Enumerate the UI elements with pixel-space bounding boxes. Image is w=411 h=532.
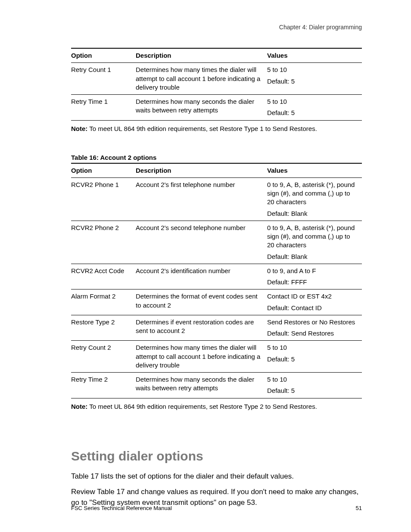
section-heading: Setting dialer options [71, 449, 362, 464]
value-default: Default: Blank [267, 209, 358, 218]
note-text: To meet UL 864 9th edition requirements,… [87, 403, 317, 410]
cell-description: Determines how many seconds the dialer w… [136, 373, 267, 398]
table-row: Restore Type 2 Determines if event resto… [71, 315, 362, 341]
cell-values: 0 to 9, and A to F Default: FFFF [267, 264, 362, 289]
value-range: 5 to 10 [267, 98, 287, 105]
value-default: Default: Blank [267, 252, 358, 261]
value-range: 5 to 10 [267, 376, 287, 383]
value-default: Default: Send Restores [267, 329, 358, 338]
col-header-option: Option [71, 163, 136, 178]
value-default: Default: FFFF [267, 278, 358, 286]
note-1: Note: To meet UL 864 9th edition require… [71, 125, 362, 132]
col-header-option: Option [71, 48, 136, 63]
value-default: Default: Contact ID [267, 304, 358, 312]
table-row: RCVR2 Phone 1 Account 2's first telephon… [71, 177, 362, 221]
value-default: Default: 5 [267, 386, 358, 395]
cell-description: Determines the format of event codes sen… [136, 289, 267, 315]
cell-option: Retry Time 1 [71, 95, 136, 121]
col-header-description: Description [136, 163, 267, 178]
chapter-header: Chapter 4: Dialer programming [71, 24, 362, 31]
cell-description: Determines how many times the dialer wil… [136, 341, 267, 373]
cell-values: 5 to 10 Default: 5 [267, 373, 362, 398]
cell-values: 5 to 10 Default: 5 [267, 341, 362, 373]
cell-values: 5 to 10 Default: 5 [267, 95, 362, 121]
table-row: Retry Count 1 Determines how many times … [71, 63, 362, 95]
note-label: Note: [71, 125, 87, 132]
table-account1-options: Option Description Values Retry Count 1 … [71, 48, 362, 121]
value-range: 0 to 9, and A to F [267, 267, 316, 274]
value-default: Default: 5 [267, 355, 358, 364]
col-header-description: Description [136, 48, 267, 63]
body-paragraph: Table 17 lists the set of options for th… [71, 471, 362, 482]
cell-description: Determines how many seconds the dialer w… [136, 95, 267, 121]
value-default: Default: 5 [267, 77, 358, 86]
cell-description: Determines how many times the dialer wil… [136, 63, 267, 95]
cell-option: RCVR2 Phone 2 [71, 221, 136, 264]
table-row: Alarm Format 2 Determines the format of … [71, 289, 362, 315]
note-2: Note: To meet UL 864 9th edition require… [71, 403, 362, 410]
cell-option: Alarm Format 2 [71, 289, 136, 315]
table-row: RCVR2 Phone 2 Account 2's second telepho… [71, 221, 362, 264]
value-range: 0 to 9, A, B, asterisk (*), pound sign (… [267, 224, 355, 249]
cell-option: RCVR2 Phone 1 [71, 177, 136, 221]
cell-description: Account 2's second telephone number [136, 221, 267, 264]
table-account2-options: Option Description Values RCVR2 Phone 1 … [71, 163, 362, 398]
footer-manual-title: FSC Series Technical Reference Manual [71, 505, 172, 511]
value-range: 0 to 9, A, B, asterisk (*), pound sign (… [267, 181, 355, 206]
cell-values: 0 to 9, A, B, asterisk (*), pound sign (… [267, 221, 362, 264]
value-range: 5 to 10 [267, 344, 287, 351]
table-row: Retry Count 2 Determines how many times … [71, 341, 362, 373]
footer-page-number: 51 [356, 505, 362, 511]
col-header-values: Values [267, 48, 362, 63]
cell-values: Contact ID or EST 4x2 Default: Contact I… [267, 289, 362, 315]
cell-option: Restore Type 2 [71, 315, 136, 341]
value-default: Default: 5 [267, 109, 358, 117]
cell-values: 5 to 10 Default: 5 [267, 63, 362, 95]
cell-description: Determines if event restoration codes ar… [136, 315, 267, 341]
note-text: To meet UL 864 9th edition requirements,… [87, 125, 317, 132]
table-caption: Table 16: Account 2 options [71, 154, 362, 161]
value-range: Send Restores or No Restores [267, 318, 355, 326]
cell-values: Send Restores or No Restores Default: Se… [267, 315, 362, 341]
page-content: Chapter 4: Dialer programming Option Des… [71, 24, 362, 513]
cell-description: Account 2's first telephone number [136, 177, 267, 221]
table-row: Retry Time 2 Determines how many seconds… [71, 373, 362, 398]
page-footer: FSC Series Technical Reference Manual 51 [71, 505, 362, 511]
cell-option: Retry Time 2 [71, 373, 136, 398]
value-range: Contact ID or EST 4x2 [267, 292, 332, 300]
cell-description: Account 2's identification number [136, 264, 267, 289]
value-range: 5 to 10 [267, 66, 287, 73]
table-row: RCVR2 Acct Code Account 2's identificati… [71, 264, 362, 289]
cell-option: Retry Count 2 [71, 341, 136, 373]
table-row: Retry Time 1 Determines how many seconds… [71, 95, 362, 121]
cell-option: RCVR2 Acct Code [71, 264, 136, 289]
note-label: Note: [71, 403, 87, 410]
cell-values: 0 to 9, A, B, asterisk (*), pound sign (… [267, 177, 362, 221]
cell-option: Retry Count 1 [71, 63, 136, 95]
col-header-values: Values [267, 163, 362, 178]
